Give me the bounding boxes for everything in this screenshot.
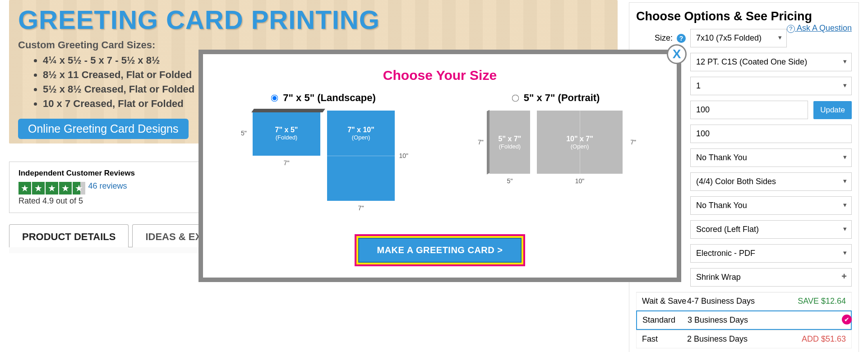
shipping-option-standard[interactable]: Standard 3 Business Days ✔ (636, 310, 852, 330)
color-select[interactable]: (4/4) Color Both Sides (690, 172, 852, 191)
check-icon: ✔ (842, 315, 852, 324)
ask-question-link[interactable]: ? Ask A Question (787, 23, 852, 33)
landscape-radio[interactable] (271, 95, 278, 102)
size-select[interactable]: 7x10 (7x5 Folded) (690, 29, 787, 47)
quantity-input[interactable] (690, 101, 808, 119)
shipping-option-fast[interactable]: Fast 2 Business Days ADD $51.63 (636, 330, 852, 348)
coating-select[interactable]: No Thank You (690, 196, 852, 215)
options-title: Choose Options & See Pricing (636, 9, 812, 23)
portrait-open-card: 7" 10" x 7" (Open) (537, 111, 623, 174)
landscape-folded-card: 5" 7" x 5" (Folded) (253, 111, 320, 156)
pieces-value: 100 (690, 125, 852, 143)
shrink-wrap-expand[interactable]: Shrink Wrap (690, 268, 852, 287)
reviews-link[interactable]: 46 reviews (88, 181, 127, 190)
online-designs-button[interactable]: Online Greeting Card Designs (18, 119, 189, 139)
paper-select[interactable]: 12 PT. C1S (Coated One Side) (690, 53, 852, 71)
portrait-folded-card: 7" 5" x 7" (Folded) (489, 111, 530, 174)
portrait-radio[interactable] (512, 95, 519, 102)
size-option-landscape[interactable]: 7" x 5" (Landscape) 5" 7" x 5" (Folded) … (221, 92, 426, 212)
proof-select[interactable]: Electronic - PDF (690, 244, 852, 263)
question-icon: ? (787, 25, 795, 33)
choose-size-modal: X Choose Your Size 7" x 5" (Landscape) 5… (199, 50, 681, 282)
close-icon[interactable]: X (667, 44, 687, 64)
size-option-portrait[interactable]: 5" x 7" (Portrait) 7" 5" x 7" (Folded) 5… (453, 92, 659, 212)
hero-title: GREETING CARD PRINTING (18, 5, 609, 35)
info-icon[interactable]: ? (677, 34, 686, 43)
star-icon: ★ (32, 182, 45, 195)
star-icon: ★ (46, 182, 58, 195)
size-label: Size: ? (636, 33, 690, 43)
scored-select[interactable]: Scored (Left Flat) (690, 220, 852, 239)
star-icon: ★ (18, 182, 31, 195)
make-greeting-card-button[interactable]: MAKE A GREETING CARD > (355, 234, 526, 266)
star-icon: ★ (73, 182, 85, 195)
pages-select[interactable]: 1 (690, 77, 852, 95)
star-icon: ★ (59, 182, 72, 195)
shipping-option-wait-save[interactable]: Wait & Save 4-7 Business Days SAVE $12.6… (636, 292, 852, 310)
envelopes-select[interactable]: No Thank You (690, 148, 852, 167)
update-button[interactable]: Update (813, 101, 852, 119)
tab-product-details[interactable]: PRODUCT DETAILS (9, 224, 129, 247)
landscape-open-card: 10" 7" x 10" (Open) (327, 111, 395, 201)
modal-title: Choose Your Size (221, 68, 659, 83)
